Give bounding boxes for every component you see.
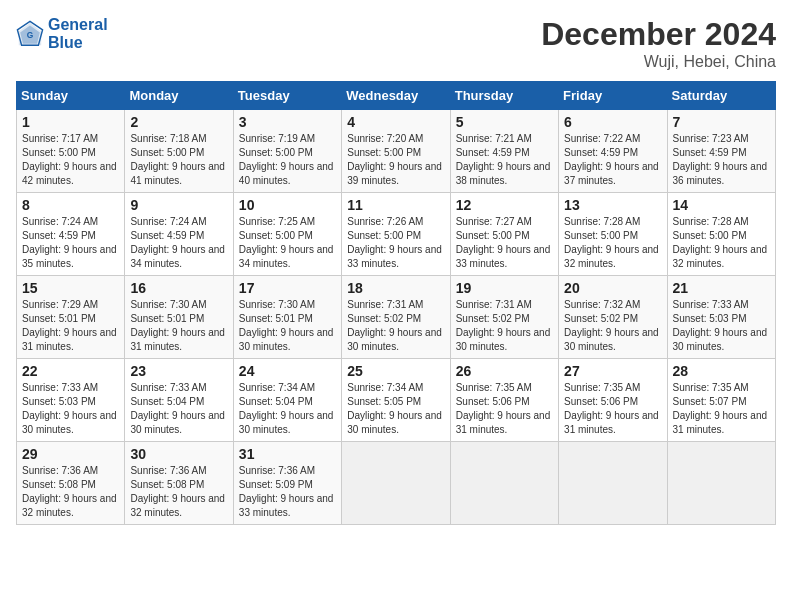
day-number: 31 bbox=[239, 446, 336, 462]
day-number: 30 bbox=[130, 446, 227, 462]
day-info: Sunrise: 7:28 AMSunset: 5:00 PMDaylight:… bbox=[673, 215, 770, 271]
calendar-cell: 30Sunrise: 7:36 AMSunset: 5:08 PMDayligh… bbox=[125, 442, 233, 525]
calendar-cell: 27Sunrise: 7:35 AMSunset: 5:06 PMDayligh… bbox=[559, 359, 667, 442]
calendar-cell: 18Sunrise: 7:31 AMSunset: 5:02 PMDayligh… bbox=[342, 276, 450, 359]
calendar-cell: 7Sunrise: 7:23 AMSunset: 4:59 PMDaylight… bbox=[667, 110, 775, 193]
calendar-week-row: 29Sunrise: 7:36 AMSunset: 5:08 PMDayligh… bbox=[17, 442, 776, 525]
logo-icon: G bbox=[16, 20, 44, 48]
calendar-cell: 10Sunrise: 7:25 AMSunset: 5:00 PMDayligh… bbox=[233, 193, 341, 276]
column-header-thursday: Thursday bbox=[450, 82, 558, 110]
day-number: 3 bbox=[239, 114, 336, 130]
day-info: Sunrise: 7:33 AMSunset: 5:03 PMDaylight:… bbox=[22, 381, 119, 437]
day-info: Sunrise: 7:26 AMSunset: 5:00 PMDaylight:… bbox=[347, 215, 444, 271]
day-number: 9 bbox=[130, 197, 227, 213]
day-number: 2 bbox=[130, 114, 227, 130]
calendar-cell bbox=[559, 442, 667, 525]
calendar-cell: 5Sunrise: 7:21 AMSunset: 4:59 PMDaylight… bbox=[450, 110, 558, 193]
day-number: 7 bbox=[673, 114, 770, 130]
calendar-cell: 9Sunrise: 7:24 AMSunset: 4:59 PMDaylight… bbox=[125, 193, 233, 276]
day-info: Sunrise: 7:23 AMSunset: 4:59 PMDaylight:… bbox=[673, 132, 770, 188]
day-number: 4 bbox=[347, 114, 444, 130]
calendar-cell: 15Sunrise: 7:29 AMSunset: 5:01 PMDayligh… bbox=[17, 276, 125, 359]
calendar-cell: 13Sunrise: 7:28 AMSunset: 5:00 PMDayligh… bbox=[559, 193, 667, 276]
day-info: Sunrise: 7:22 AMSunset: 4:59 PMDaylight:… bbox=[564, 132, 661, 188]
calendar-cell: 19Sunrise: 7:31 AMSunset: 5:02 PMDayligh… bbox=[450, 276, 558, 359]
calendar-cell: 1Sunrise: 7:17 AMSunset: 5:00 PMDaylight… bbox=[17, 110, 125, 193]
calendar-cell: 22Sunrise: 7:33 AMSunset: 5:03 PMDayligh… bbox=[17, 359, 125, 442]
calendar-cell: 11Sunrise: 7:26 AMSunset: 5:00 PMDayligh… bbox=[342, 193, 450, 276]
day-info: Sunrise: 7:36 AMSunset: 5:08 PMDaylight:… bbox=[22, 464, 119, 520]
calendar-cell: 26Sunrise: 7:35 AMSunset: 5:06 PMDayligh… bbox=[450, 359, 558, 442]
title-area: December 2024 Wuji, Hebei, China bbox=[541, 16, 776, 71]
logo: G General Blue bbox=[16, 16, 108, 51]
calendar-week-row: 1Sunrise: 7:17 AMSunset: 5:00 PMDaylight… bbox=[17, 110, 776, 193]
day-info: Sunrise: 7:35 AMSunset: 5:06 PMDaylight:… bbox=[564, 381, 661, 437]
day-info: Sunrise: 7:30 AMSunset: 5:01 PMDaylight:… bbox=[239, 298, 336, 354]
column-header-saturday: Saturday bbox=[667, 82, 775, 110]
calendar-cell: 20Sunrise: 7:32 AMSunset: 5:02 PMDayligh… bbox=[559, 276, 667, 359]
day-number: 22 bbox=[22, 363, 119, 379]
day-info: Sunrise: 7:19 AMSunset: 5:00 PMDaylight:… bbox=[239, 132, 336, 188]
day-info: Sunrise: 7:35 AMSunset: 5:07 PMDaylight:… bbox=[673, 381, 770, 437]
day-number: 10 bbox=[239, 197, 336, 213]
day-number: 28 bbox=[673, 363, 770, 379]
calendar-cell: 12Sunrise: 7:27 AMSunset: 5:00 PMDayligh… bbox=[450, 193, 558, 276]
day-info: Sunrise: 7:30 AMSunset: 5:01 PMDaylight:… bbox=[130, 298, 227, 354]
calendar-cell: 28Sunrise: 7:35 AMSunset: 5:07 PMDayligh… bbox=[667, 359, 775, 442]
day-number: 25 bbox=[347, 363, 444, 379]
day-info: Sunrise: 7:20 AMSunset: 5:00 PMDaylight:… bbox=[347, 132, 444, 188]
column-header-sunday: Sunday bbox=[17, 82, 125, 110]
day-number: 21 bbox=[673, 280, 770, 296]
calendar-cell bbox=[342, 442, 450, 525]
calendar-cell bbox=[667, 442, 775, 525]
column-header-monday: Monday bbox=[125, 82, 233, 110]
day-info: Sunrise: 7:36 AMSunset: 5:09 PMDaylight:… bbox=[239, 464, 336, 520]
day-info: Sunrise: 7:24 AMSunset: 4:59 PMDaylight:… bbox=[130, 215, 227, 271]
day-info: Sunrise: 7:29 AMSunset: 5:01 PMDaylight:… bbox=[22, 298, 119, 354]
header: G General Blue December 2024 Wuji, Hebei… bbox=[16, 16, 776, 71]
calendar-cell: 16Sunrise: 7:30 AMSunset: 5:01 PMDayligh… bbox=[125, 276, 233, 359]
day-number: 11 bbox=[347, 197, 444, 213]
day-info: Sunrise: 7:31 AMSunset: 5:02 PMDaylight:… bbox=[347, 298, 444, 354]
calendar-cell: 17Sunrise: 7:30 AMSunset: 5:01 PMDayligh… bbox=[233, 276, 341, 359]
day-number: 6 bbox=[564, 114, 661, 130]
day-number: 19 bbox=[456, 280, 553, 296]
day-number: 20 bbox=[564, 280, 661, 296]
calendar-cell: 31Sunrise: 7:36 AMSunset: 5:09 PMDayligh… bbox=[233, 442, 341, 525]
day-info: Sunrise: 7:33 AMSunset: 5:03 PMDaylight:… bbox=[673, 298, 770, 354]
calendar-cell bbox=[450, 442, 558, 525]
day-info: Sunrise: 7:21 AMSunset: 4:59 PMDaylight:… bbox=[456, 132, 553, 188]
day-number: 18 bbox=[347, 280, 444, 296]
day-info: Sunrise: 7:25 AMSunset: 5:00 PMDaylight:… bbox=[239, 215, 336, 271]
day-number: 14 bbox=[673, 197, 770, 213]
day-info: Sunrise: 7:18 AMSunset: 5:00 PMDaylight:… bbox=[130, 132, 227, 188]
calendar-cell: 24Sunrise: 7:34 AMSunset: 5:04 PMDayligh… bbox=[233, 359, 341, 442]
calendar-week-row: 22Sunrise: 7:33 AMSunset: 5:03 PMDayligh… bbox=[17, 359, 776, 442]
day-number: 26 bbox=[456, 363, 553, 379]
calendar-table: SundayMondayTuesdayWednesdayThursdayFrid… bbox=[16, 81, 776, 525]
day-info: Sunrise: 7:34 AMSunset: 5:04 PMDaylight:… bbox=[239, 381, 336, 437]
day-info: Sunrise: 7:27 AMSunset: 5:00 PMDaylight:… bbox=[456, 215, 553, 271]
calendar-cell: 3Sunrise: 7:19 AMSunset: 5:00 PMDaylight… bbox=[233, 110, 341, 193]
day-info: Sunrise: 7:33 AMSunset: 5:04 PMDaylight:… bbox=[130, 381, 227, 437]
calendar-week-row: 8Sunrise: 7:24 AMSunset: 4:59 PMDaylight… bbox=[17, 193, 776, 276]
day-info: Sunrise: 7:17 AMSunset: 5:00 PMDaylight:… bbox=[22, 132, 119, 188]
logo-text: General Blue bbox=[48, 16, 108, 51]
calendar-cell: 2Sunrise: 7:18 AMSunset: 5:00 PMDaylight… bbox=[125, 110, 233, 193]
svg-text:G: G bbox=[27, 30, 34, 40]
day-number: 5 bbox=[456, 114, 553, 130]
day-number: 12 bbox=[456, 197, 553, 213]
calendar-cell: 25Sunrise: 7:34 AMSunset: 5:05 PMDayligh… bbox=[342, 359, 450, 442]
day-info: Sunrise: 7:35 AMSunset: 5:06 PMDaylight:… bbox=[456, 381, 553, 437]
column-header-wednesday: Wednesday bbox=[342, 82, 450, 110]
calendar-cell: 29Sunrise: 7:36 AMSunset: 5:08 PMDayligh… bbox=[17, 442, 125, 525]
calendar-cell: 21Sunrise: 7:33 AMSunset: 5:03 PMDayligh… bbox=[667, 276, 775, 359]
day-number: 13 bbox=[564, 197, 661, 213]
day-number: 24 bbox=[239, 363, 336, 379]
day-info: Sunrise: 7:28 AMSunset: 5:00 PMDaylight:… bbox=[564, 215, 661, 271]
day-number: 27 bbox=[564, 363, 661, 379]
column-header-tuesday: Tuesday bbox=[233, 82, 341, 110]
calendar-cell: 4Sunrise: 7:20 AMSunset: 5:00 PMDaylight… bbox=[342, 110, 450, 193]
calendar-title: December 2024 bbox=[541, 16, 776, 53]
column-header-friday: Friday bbox=[559, 82, 667, 110]
